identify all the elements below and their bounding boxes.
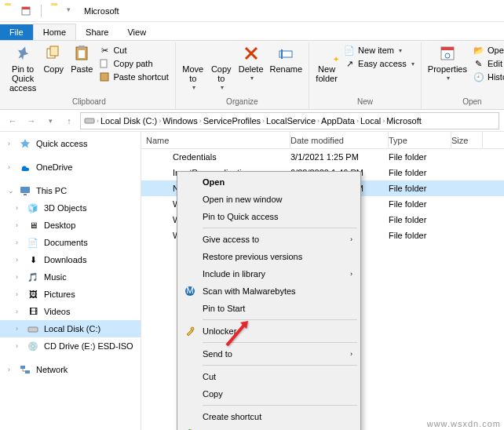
col-name[interactable]: Name [141, 132, 290, 148]
cm-pin-start[interactable]: Pin to Start [179, 300, 359, 317]
ribbon: Pin to Quick access Copy Paste ✂Cut Copy… [0, 41, 504, 110]
nav-3d-objects[interactable]: ›🧊3D Objects [0, 199, 141, 217]
breadcrumb-seg[interactable]: Microsoft [386, 116, 422, 126]
cm-separator [203, 228, 357, 228]
cm-scan-malwarebytes[interactable]: MScan with Malwarebytes [179, 282, 359, 300]
easy-access-button[interactable]: ↗Easy access▾ [342, 57, 416, 70]
cm-copy[interactable]: Copy [179, 385, 359, 403]
nav-onedrive[interactable]: ›OneDrive [0, 159, 141, 176]
breadcrumb-seg[interactable]: LocalService [266, 116, 316, 126]
forward-button[interactable]: → [24, 113, 39, 129]
col-date[interactable]: Date modified [290, 132, 389, 148]
nav-local-disk-c[interactable]: ›Local Disk (C:) [0, 320, 141, 337]
nav-this-pc[interactable]: ⌄This PC [0, 182, 141, 199]
tab-view[interactable]: View [118, 24, 155, 40]
up-button[interactable]: ↑ [61, 113, 77, 129]
breadcrumb-seg[interactable]: Windows [163, 116, 198, 126]
svg-point-25 [191, 327, 194, 330]
nav-documents[interactable]: ›📄Documents [0, 234, 141, 251]
nav-downloads[interactable]: ›⬇Downloads [0, 251, 141, 268]
address-bar: ← → ▾ ↑ › Local Disk (C:)› Windows› Serv… [0, 110, 504, 132]
cm-cut[interactable]: Cut [179, 368, 359, 385]
nav-network[interactable]: ›Network [0, 361, 141, 378]
nav-quick-access[interactable]: ›Quick access [0, 135, 141, 152]
tab-share[interactable]: Share [76, 24, 118, 40]
folder-icon [5, 5, 16, 16]
svg-rect-19 [24, 194, 27, 195]
cm-separator [203, 365, 357, 366]
recent-locations-button[interactable]: ▾ [42, 113, 58, 129]
edit-button[interactable]: ✎Edit [472, 57, 504, 70]
tab-home[interactable]: Home [33, 24, 76, 40]
tab-file[interactable]: File [0, 24, 33, 40]
svg-rect-5 [79, 46, 85, 49]
svg-text:M: M [186, 286, 193, 295]
paste-button[interactable]: Paste [68, 42, 96, 75]
cm-send-to[interactable]: Send to› [179, 345, 359, 363]
new-folder-icon: ✦ [316, 44, 338, 63]
star-icon [19, 137, 31, 150]
folder-qat-icon[interactable] [51, 5, 62, 16]
cut-button[interactable]: ✂Cut [97, 44, 170, 56]
rename-button[interactable]: Rename [267, 42, 306, 75]
pin-to-quick-access-button[interactable]: Pin to Quick access [6, 42, 39, 94]
cm-give-access[interactable]: Give access to› [179, 231, 359, 248]
properties-qat-icon[interactable] [20, 5, 31, 16]
new-item-button[interactable]: 📄New item▾ [342, 44, 416, 56]
cm-pin-quick-access[interactable]: Pin to Quick access [179, 208, 359, 225]
documents-icon: 📄 [27, 236, 39, 249]
nav-cd-drive[interactable]: ›💿CD Drive (E:) ESD-ISO [0, 337, 141, 355]
copy-button[interactable]: Copy [39, 42, 68, 75]
chevron-right-icon: › [350, 270, 352, 278]
breadcrumb-seg[interactable]: Local [360, 116, 381, 126]
delete-button[interactable]: Delete▾ [236, 42, 267, 84]
new-folder-button[interactable]: ✦ New folder [312, 42, 341, 85]
paste-shortcut-icon [99, 71, 110, 82]
back-button[interactable]: ← [5, 113, 20, 129]
col-type[interactable]: Type [389, 132, 451, 148]
cm-unlocker[interactable]: Unlocker [179, 322, 359, 340]
pin-icon [12, 44, 34, 63]
svg-rect-18 [20, 187, 30, 193]
copy-path-icon [99, 58, 110, 69]
move-to-icon [182, 44, 204, 63]
malwarebytes-icon: M [184, 285, 196, 297]
cm-open[interactable]: Open [179, 173, 359, 191]
breadcrumb[interactable]: › Local Disk (C:)› Windows› ServiceProfi… [80, 112, 499, 129]
history-button[interactable]: 🕘History [472, 71, 504, 83]
nav-music[interactable]: ›🎵Music [0, 268, 141, 286]
context-menu: Open Open in new window Pin to Quick acc… [177, 171, 361, 430]
open-button[interactable]: 📂Open▾ [472, 44, 504, 56]
cm-create-shortcut[interactable]: Create shortcut [179, 408, 359, 425]
breadcrumb-seg[interactable]: ServiceProfiles [203, 116, 261, 126]
folder-icon [155, 199, 168, 209]
cm-open-new-window[interactable]: Open in new window [179, 191, 359, 208]
breadcrumb-seg[interactable]: AppData [321, 116, 355, 126]
copy-to-button[interactable]: Copy to▾ [207, 42, 236, 93]
cm-include-library[interactable]: Include in library› [179, 265, 359, 282]
qat-dropdown-icon[interactable]: ▾ [67, 5, 78, 16]
svg-rect-20 [28, 327, 38, 332]
ribbon-group-organize: Move to▾ Copy to▾ Delete▾ Rename Organiz… [176, 42, 309, 109]
breadcrumb-seg[interactable]: Local Disk (C:) [100, 116, 157, 126]
nav-pictures[interactable]: ›🖼Pictures [0, 286, 141, 303]
svg-rect-3 [50, 46, 58, 56]
col-size[interactable]: Size [451, 132, 483, 148]
nav-desktop[interactable]: ›🖥Desktop [0, 217, 141, 234]
copy-path-button[interactable]: Copy path [97, 57, 170, 70]
ribbon-group-new: ✦ New folder 📄New item▾ ↗Easy access▾ Ne… [309, 42, 422, 109]
cm-delete[interactable]: Delete [179, 425, 359, 430]
paste-shortcut-button[interactable]: Paste shortcut [97, 71, 170, 83]
nav-videos[interactable]: ›🎞Videos [0, 303, 141, 320]
cm-restore-previous[interactable]: Restore previous versions [179, 248, 359, 265]
list-row[interactable]: Credentials3/1/2021 1:25 PMFile folder [141, 149, 504, 165]
svg-rect-21 [20, 366, 25, 369]
scissors-icon: ✂ [99, 45, 110, 56]
properties-button[interactable]: Properties▾ [425, 42, 470, 84]
watermark: www.wsxdn.com [427, 419, 501, 428]
3d-objects-icon: 🧊 [27, 202, 39, 214]
drive-icon [84, 115, 95, 127]
folder-icon [155, 215, 168, 224]
pc-icon [19, 184, 31, 197]
move-to-button[interactable]: Move to▾ [179, 42, 207, 93]
